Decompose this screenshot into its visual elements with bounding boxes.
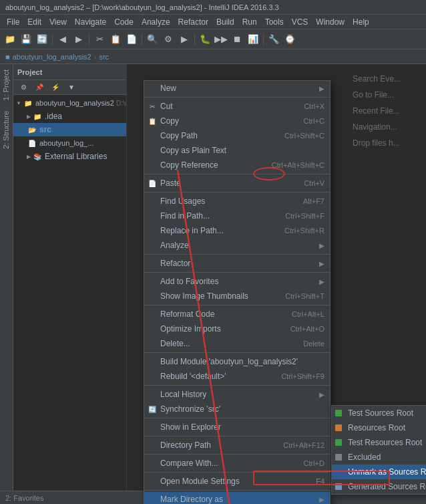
ctx-sep-9 [144,418,330,418]
menu-navigate[interactable]: Navigate [71,16,110,28]
toolbar-btn-6[interactable]: ⚙ [161,32,176,47]
ctx-reformat[interactable]: Reformat Code Ctrl+Alt+L [144,307,330,322]
ctx-build-module[interactable]: Build Module 'aboutyun_log_analysis2' [144,354,330,369]
toolbar-btn-search[interactable]: 🔍 [145,32,160,47]
ctx-add-favorites[interactable]: Add to Favorites ▶ [144,274,330,289]
ctx-cut[interactable]: ✂ Cut Ctrl+X [144,99,330,114]
ctx-add-favorites-icon [148,277,157,286]
panel-btn-2[interactable]: 📌 [32,80,47,95]
toolbar-btn-copy[interactable]: 📋 [108,32,123,47]
ctx-local-history[interactable]: Local History ▶ [144,387,330,402]
src-folder-icon: 📂 [27,124,37,135]
ctx-mark-dir[interactable]: Mark Directory as ▶ [144,492,330,504]
ctx-copy-path[interactable]: Copy Path Ctrl+Shift+C [144,128,330,143]
submenu-test-resources-label: Test Resources Root [348,438,422,447]
ctx-sep-1 [144,97,330,98]
menu-tools[interactable]: Tools [261,16,288,28]
toolbar-btn-12[interactable]: 🔧 [266,32,281,47]
submenu-test-resources[interactable]: Test Resources Root [332,435,426,450]
ctx-copy[interactable]: 📋 Copy Ctrl+C [144,114,330,128]
ctx-find-usages[interactable]: Find Usages Alt+F7 [144,194,330,209]
tree-item-file[interactable]: 📄 aboutyun_log_... [13,136,126,150]
toolbar-btn-11[interactable]: 📊 [246,32,260,47]
ctx-replace-in-path[interactable]: Replace in Path... Ctrl+Shift+R [144,223,330,238]
breadcrumb-src[interactable]: src [99,53,109,61]
menu-vcs[interactable]: VCS [288,16,312,28]
toolbar-btn-3[interactable]: 🔄 [35,32,49,47]
ctx-show-explorer-icon [148,422,157,432]
submenu-unmark[interactable]: Unmark as Sources Root [332,465,426,479]
title-bar: aboutyun_log_analysis2 – [D:\work\abouty… [0,0,426,15]
ctx-show-thumbnails-shortcut: Ctrl+Shift+T [272,292,325,300]
submenu-generated[interactable]: Generated Sources Root [332,479,426,494]
ctx-synchronize[interactable]: 🔄 Synchronize 'src' [144,402,330,416]
ctx-delete[interactable]: Delete... Delete [144,336,330,351]
ctx-add-favorites-arrow: ▶ [319,278,325,285]
toolbar-btn-10[interactable]: ⏹ [230,32,244,47]
ctx-refactor[interactable]: Refactor ▶ [144,256,330,271]
tree-item-src[interactable]: 📂 src [13,123,126,136]
submenu-resources[interactable]: Resources Root [332,420,426,435]
ctx-show-explorer[interactable]: Show in Explorer [144,420,330,434]
menu-file[interactable]: File [3,16,23,28]
ctx-paste[interactable]: 📄 Paste Ctrl+V [144,176,330,191]
menu-analyze[interactable]: Analyze [138,16,174,28]
toolbar-btn-8[interactable]: 🐛 [198,32,212,47]
sidebar-tab-project[interactable]: 1: Project [0,64,13,106]
ctx-compare-with[interactable]: Compare With... Ctrl+D [144,456,330,471]
ctx-replace-in-path-label: Replace in Path... [160,226,224,235]
panel-btn-1[interactable]: ⚙ [16,80,31,95]
breadcrumb-project-name[interactable]: aboutyun_log_analysis2 [13,53,91,61]
tree-item-extlib[interactable]: ▶ 📚 External Libraries [13,150,126,163]
menu-refactor[interactable]: Refactor [174,16,212,28]
toolbar-btn-5[interactable]: ▶ [71,32,86,47]
ctx-new[interactable]: New ▶ [144,81,330,96]
menu-edit[interactable]: Edit [23,16,45,28]
menu-help[interactable]: Help [349,16,373,28]
ctx-rebuild-label: Rebuild '<default>' [160,372,226,381]
ctx-module-settings[interactable]: Open Module Settings F4 [144,474,330,489]
ctx-show-thumbnails[interactable]: Show Image Thumbnails Ctrl+Shift+T [144,289,330,303]
menu-code[interactable]: Code [110,16,138,28]
toolbar-btn-1[interactable]: 📁 [3,32,17,47]
toolbar-btn-9[interactable]: ▶▶ [214,32,228,47]
toolbar-btn-2[interactable]: 💾 [19,32,33,47]
toolbar-btn-13[interactable]: ⌚ [282,32,297,47]
menu-view[interactable]: View [45,16,71,28]
submenu-excluded[interactable]: Excluded [332,450,426,465]
submenu-mark-dir: Test Sources Root Resources Root Test Re… [331,405,426,495]
menu-build[interactable]: Build [212,16,238,28]
tree-label-idea: .idea [45,112,62,121]
tree-item-project[interactable]: ▼ 📁 aboutyun_log_analysis2 D:\work\about… [13,96,126,110]
ctx-copy-plain[interactable]: Copy as Plain Text [144,143,330,158]
ctx-module-settings-label: Open Module Settings [160,477,240,486]
menu-window[interactable]: Window [312,16,349,28]
panel-btn-4[interactable]: ▼ [64,80,79,95]
toolbar-btn-cut[interactable]: ✂ [92,32,107,47]
submenu-unmark-label: Unmark as Sources Root [348,467,426,477]
ctx-dir-path-icon [148,440,157,450]
ctx-find-usages-shortcut: Alt+F7 [290,197,325,205]
tree-label-extlib: External Libraries [45,152,107,161]
ctx-rebuild[interactable]: Rebuild '<default>' Ctrl+Shift+F9 [144,369,330,384]
excluded-icon [335,454,342,461]
toolbar-btn-7[interactable]: ▶ [177,32,192,47]
submenu-test-sources[interactable]: Test Sources Root [332,406,426,420]
ctx-find-usages-label: Find Usages [160,197,205,206]
toolbar-sep-2 [89,34,89,45]
ctx-dir-path[interactable]: Directory Path Ctrl+Alt+F12 [144,438,330,453]
ctx-find-in-path[interactable]: Find in Path... Ctrl+Shift+F [144,209,330,223]
breadcrumb-project[interactable]: ■ [5,53,10,61]
ctx-replace-in-path-shortcut: Ctrl+Shift+R [271,227,325,235]
sidebar-tab-structure[interactable]: 2: Structure [0,106,13,154]
ctx-copy-ref[interactable]: Copy Reference Ctrl+Alt+Shift+C [144,158,330,172]
ctx-analyze[interactable]: Analyze ▶ [144,238,330,253]
tree-item-idea[interactable]: ▶ 📁 .idea [13,110,126,123]
toolbar-btn-paste[interactable]: 📄 [124,32,139,47]
panel-btn-3[interactable]: ⚡ [48,80,63,95]
toolbar-btn-4[interactable]: ◀ [55,32,70,47]
menu-run[interactable]: Run [238,16,261,28]
ctx-optimize-imports[interactable]: Optimize Imports Ctrl+Alt+O [144,322,330,336]
ctx-sep-6 [144,305,330,305]
ctx-find-in-path-icon [148,211,157,221]
